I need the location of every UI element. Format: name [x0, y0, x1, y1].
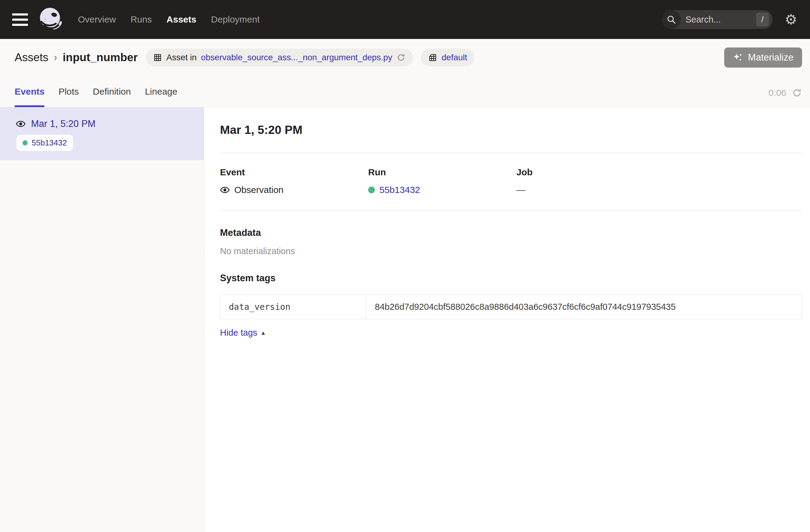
menu-icon[interactable] [12, 13, 28, 26]
hide-tags-label: Hide tags [220, 328, 257, 338]
observation-eye-icon [16, 119, 26, 129]
asset-location-badge: Asset in observable_source_ass..._non_ar… [146, 49, 413, 66]
job-label: Job [516, 167, 665, 177]
event-timestamp: Mar 1, 5:20 PM [31, 118, 96, 129]
nav-item-overview[interactable]: Overview [78, 14, 116, 25]
repo-default-link[interactable]: default [441, 53, 467, 62]
event-detail-panel: Mar 1, 5:20 PM Event Observation Run [204, 108, 810, 532]
run-id-link[interactable]: 55b13432 [379, 185, 420, 195]
system-tags-table: data_version 84b26d7d9204cbf588026c8a988… [220, 295, 802, 319]
tag-value-cell: 84b26d7d9204cbf588026c8a9886d403a6c9637c… [366, 295, 802, 319]
events-sidebar: Mar 1, 5:20 PM 55b13432 [0, 108, 204, 532]
reload-location-icon[interactable] [396, 53, 406, 62]
hide-tags-link[interactable]: Hide tags ▲ [220, 328, 266, 338]
materialize-label: Materialize [748, 52, 794, 63]
tab-events[interactable]: Events [15, 86, 45, 107]
nav-item-assets[interactable]: Assets [166, 14, 196, 25]
metadata-heading: Metadata [220, 227, 802, 238]
sparkle-icon [733, 52, 743, 63]
run-label: Run [368, 167, 516, 177]
job-empty-value: — [516, 185, 525, 195]
run-status-dot [22, 140, 28, 145]
breadcrumb: Assets › input_number [15, 51, 138, 64]
asset-name: input_number [63, 51, 138, 64]
search-shortcut-key: / [756, 13, 769, 27]
event-column: Event Observation [220, 167, 368, 195]
event-summary-columns: Event Observation Run 55b13432 [220, 167, 802, 195]
job-column: Job — [516, 167, 665, 195]
metadata-empty-message: No materializations [220, 246, 802, 256]
caret-up-icon: ▲ [260, 329, 266, 336]
event-detail-title: Mar 1, 5:20 PM [220, 123, 802, 136]
asset-in-label: Asset in [166, 53, 197, 62]
breadcrumb-separator-icon: › [54, 51, 57, 64]
refresh-icon[interactable] [792, 88, 802, 98]
tag-key-cell: data_version [220, 295, 366, 319]
run-id-label: 55b13432 [32, 138, 67, 148]
system-tags-heading: System tags [220, 273, 802, 284]
asset-tabs: Events Plots Definition Lineage 0:06 [0, 74, 810, 107]
search-input[interactable] [681, 15, 756, 25]
tab-plots[interactable]: Plots [59, 86, 79, 107]
nav-item-deployment[interactable]: Deployment [211, 14, 260, 25]
divider [220, 152, 802, 153]
tab-lineage[interactable]: Lineage [145, 86, 177, 107]
refresh-countdown: 0:06 [768, 88, 786, 98]
search-icon [662, 10, 681, 29]
table-row: data_version 84b26d7d9204cbf588026c8a988… [220, 295, 802, 319]
nav-item-runs[interactable]: Runs [131, 14, 152, 25]
breadcrumb-row: Assets › input_number Asset in observabl… [0, 39, 810, 74]
run-id-chip[interactable]: 55b13432 [16, 135, 73, 151]
asset-page-header: Assets › input_number Asset in observabl… [0, 39, 810, 108]
materialize-button[interactable]: Materialize [724, 47, 802, 68]
gear-icon[interactable]: ⚙ [785, 13, 797, 27]
asset-file-link[interactable]: observable_source_ass..._non_argument_de… [201, 53, 392, 62]
repo-badge[interactable]: default [421, 49, 474, 66]
run-status-dot [368, 187, 375, 193]
search-bar[interactable]: / [662, 10, 773, 29]
divider [220, 210, 802, 211]
octopus-icon [37, 6, 64, 33]
breadcrumb-assets-link[interactable]: Assets [15, 51, 48, 64]
observation-eye-icon [220, 185, 230, 195]
event-label: Event [220, 167, 368, 177]
repo-icon [428, 53, 437, 62]
tab-definition[interactable]: Definition [93, 86, 131, 107]
run-column: Run 55b13432 [368, 167, 516, 195]
event-list-item[interactable]: Mar 1, 5:20 PM 55b13432 [0, 108, 204, 160]
top-navigation: Overview Runs Assets Deployment / ⚙ [0, 0, 810, 39]
primary-nav: Overview Runs Assets Deployment [78, 14, 260, 25]
dagster-logo [37, 5, 64, 34]
asset-grid-icon [153, 53, 162, 62]
event-type-value: Observation [234, 185, 284, 195]
